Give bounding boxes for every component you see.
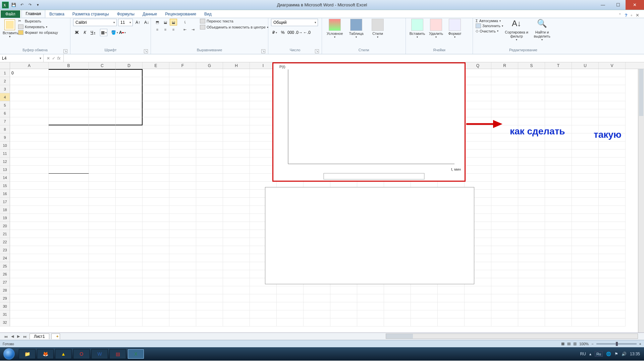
- currency-button[interactable]: ₽: [271, 29, 278, 36]
- cell-R18[interactable]: [491, 206, 518, 214]
- cell-R19[interactable]: [491, 214, 518, 222]
- enter-formula-icon[interactable]: ✓: [52, 56, 55, 61]
- cell-E14[interactable]: [143, 174, 169, 182]
- cell-T24[interactable]: [545, 254, 572, 262]
- lang-indicator-1[interactable]: RU: [580, 352, 586, 356]
- font-dialog-icon[interactable]: ↘: [144, 49, 148, 53]
- cell-J28[interactable]: [277, 286, 304, 294]
- cell-H31[interactable]: [223, 310, 250, 318]
- horizontal-scrollbar[interactable]: [386, 334, 638, 339]
- cell-M32[interactable]: [357, 318, 384, 326]
- merge-center-button[interactable]: Объединить и поместить в центре ▾: [200, 25, 268, 29]
- decrease-font-icon[interactable]: A↓: [143, 19, 150, 26]
- cell-G28[interactable]: [196, 286, 223, 294]
- tab-formulas[interactable]: Формулы: [113, 10, 139, 18]
- view-page-break-icon[interactable]: ▥: [573, 342, 577, 346]
- row-header-29[interactable]: 29: [0, 294, 10, 302]
- cell-V6[interactable]: [599, 109, 626, 117]
- cell-R23[interactable]: [491, 246, 518, 254]
- cell-R5[interactable]: [491, 101, 518, 109]
- cell-A13[interactable]: [10, 166, 49, 174]
- cell-F25[interactable]: [169, 262, 196, 270]
- cell-E12[interactable]: [143, 158, 169, 166]
- row-header-14[interactable]: 14: [0, 174, 10, 182]
- cell-F29[interactable]: [169, 294, 196, 302]
- cell-L32[interactable]: [330, 318, 357, 326]
- cell-F3[interactable]: [169, 85, 196, 93]
- cell-G1[interactable]: [196, 69, 223, 77]
- cell-C30[interactable]: [89, 302, 116, 310]
- cancel-formula-icon[interactable]: ✕: [47, 56, 50, 61]
- col-header-C[interactable]: C: [89, 62, 116, 69]
- cell-C9[interactable]: [89, 133, 116, 141]
- save-icon[interactable]: 💾: [11, 2, 17, 8]
- cell-G27[interactable]: [196, 278, 223, 286]
- cell-E22[interactable]: [143, 238, 169, 246]
- row-header-4[interactable]: 4: [0, 93, 10, 101]
- cell-S21[interactable]: [518, 230, 545, 238]
- redo-icon[interactable]: ↷: [27, 2, 33, 8]
- cell-H12[interactable]: [223, 158, 250, 166]
- cell-T15[interactable]: [545, 182, 572, 190]
- row-header-32[interactable]: 32: [0, 318, 10, 326]
- cell-G7[interactable]: [196, 117, 223, 125]
- cell-V4[interactable]: [599, 93, 626, 101]
- cell-H30[interactable]: [223, 302, 250, 310]
- view-normal-icon[interactable]: ▦: [561, 342, 565, 346]
- cell-R21[interactable]: [491, 230, 518, 238]
- wrap-text-button[interactable]: Перенос текста: [200, 19, 268, 23]
- cell-E18[interactable]: [143, 206, 169, 214]
- cell-T5[interactable]: [545, 101, 572, 109]
- cell-R30[interactable]: [491, 302, 518, 310]
- cell-V25[interactable]: [599, 262, 626, 270]
- tab-view[interactable]: Вид: [200, 10, 216, 18]
- cell-D3[interactable]: [116, 85, 143, 93]
- col-header-G[interactable]: G: [196, 62, 223, 69]
- cell-F27[interactable]: [169, 278, 196, 286]
- cell-H2[interactable]: [223, 77, 250, 85]
- cell-V19[interactable]: [599, 214, 626, 222]
- cell-F4[interactable]: [169, 93, 196, 101]
- cell-D13[interactable]: [116, 166, 143, 174]
- cell-B22[interactable]: [49, 238, 89, 246]
- cell-F20[interactable]: [169, 222, 196, 230]
- cell-H6[interactable]: [223, 109, 250, 117]
- cell-F23[interactable]: [169, 246, 196, 254]
- cell-T25[interactable]: [545, 262, 572, 270]
- cell-V7[interactable]: [599, 117, 626, 125]
- cell-A29[interactable]: [10, 294, 49, 302]
- cell-H26[interactable]: [223, 270, 250, 278]
- cell-E29[interactable]: [143, 294, 169, 302]
- cell-R29[interactable]: [491, 294, 518, 302]
- tab-home[interactable]: Главная: [21, 10, 46, 18]
- cell-B9[interactable]: [49, 133, 89, 141]
- cell-S4[interactable]: [518, 93, 545, 101]
- align-top-button[interactable]: ⬒: [154, 19, 161, 25]
- cell-F12[interactable]: [169, 158, 196, 166]
- cell-D1[interactable]: [116, 69, 143, 77]
- cell-C29[interactable]: [89, 294, 116, 302]
- cell-B31[interactable]: [49, 310, 89, 318]
- cell-H7[interactable]: [223, 117, 250, 125]
- cell-K30[interactable]: [304, 302, 330, 310]
- cell-S17[interactable]: [518, 198, 545, 206]
- cell-N30[interactable]: [384, 302, 411, 310]
- task-excel[interactable]: X: [127, 349, 144, 359]
- cell-U14[interactable]: [572, 174, 599, 182]
- cell-A15[interactable]: [10, 182, 49, 190]
- cell-C23[interactable]: [89, 246, 116, 254]
- sheet-nav-first[interactable]: ⏮: [3, 335, 8, 339]
- tab-file[interactable]: Файл: [1, 10, 20, 18]
- row-header-23[interactable]: 23: [0, 246, 10, 254]
- cell-H4[interactable]: [223, 93, 250, 101]
- col-header-B[interactable]: B: [49, 62, 89, 69]
- cell-S15[interactable]: [518, 182, 545, 190]
- cell-F8[interactable]: [169, 125, 196, 133]
- qat-more-icon[interactable]: ▾: [35, 2, 41, 8]
- sheet-nav-last[interactable]: ⏭: [22, 335, 28, 339]
- cell-Q10[interactable]: [465, 141, 491, 149]
- cell-G18[interactable]: [196, 206, 223, 214]
- cell-A11[interactable]: [10, 149, 49, 158]
- cell-F2[interactable]: [169, 77, 196, 85]
- cell-Q32[interactable]: [465, 318, 491, 326]
